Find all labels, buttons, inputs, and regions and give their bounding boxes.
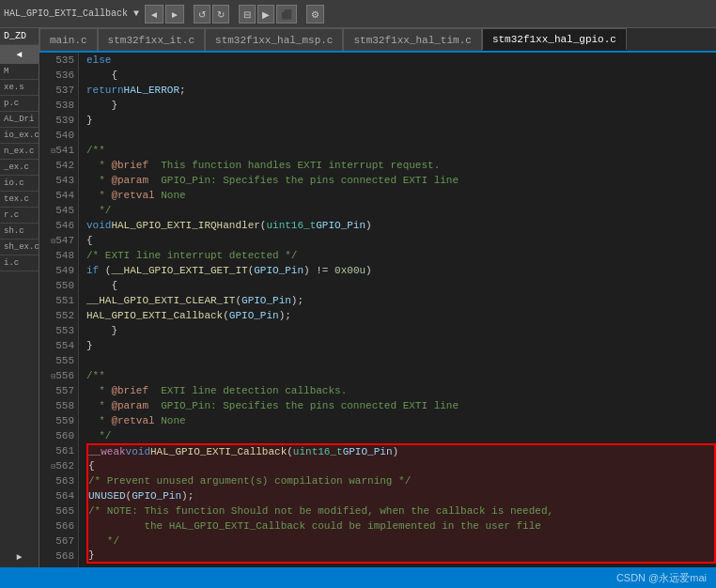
code-line-560: */ [86, 428, 716, 443]
toolbar: HAL_GPIO_EXTI_Callback ▼ ◄ ► ↺ ↻ ⊟ ▶ ⬛ ⚙ [0, 0, 716, 28]
code-line-566: the HAL_GPIO_EXTI_Callback could be impl… [86, 518, 716, 534]
tab-bar: main.c stm32f1xx_it.c stm32f1xx_hal_msp.… [39, 28, 716, 53]
tab-stm32f1xx-hal-msp-c[interactable]: stm32f1xx_hal_msp.c [205, 28, 343, 51]
code-line-562: { [86, 458, 716, 473]
left-panel-item-m[interactable]: M [0, 64, 39, 80]
toolbar-btn-build[interactable]: ⊟ [239, 5, 256, 23]
code-line-538: } [86, 98, 716, 113]
toolbar-label: HAL_GPIO_EXTI_Callback ▼ [4, 8, 139, 19]
tab-stm32f1xx-hal-gpio-c[interactable]: stm32f1xx_hal_gpio.c [482, 28, 627, 51]
code-line-543: * @param GPIO_Pin: Specifies the pins co… [86, 173, 716, 188]
code-line-545: */ [86, 203, 716, 218]
tab-stm32f1xx-hal-tim-c[interactable]: stm32f1xx_hal_tim.c [343, 28, 481, 51]
code-line-563: /* Prevent unused argument(s) compilatio… [86, 473, 716, 488]
left-panel-item-rc[interactable]: r.c [0, 208, 39, 224]
code-line-555 [86, 353, 716, 368]
code-line-559: * @retval None [86, 413, 716, 428]
left-panel-item-exc[interactable]: _ex.c [0, 160, 39, 176]
code-line-550: { [86, 278, 716, 293]
code-line-542: * @brief This function handles EXTI inte… [86, 158, 716, 173]
code-line-554: } [86, 338, 716, 353]
code-line-551: __HAL_GPIO_EXTI_CLEAR_IT(GPIO_Pin); [86, 293, 716, 308]
code-line-567: */ [86, 534, 716, 549]
code-line-535: else [86, 53, 716, 68]
code-line-547: { [86, 233, 716, 248]
watermark-text: CSDN @永远爱mai [616, 571, 707, 585]
code-line-536: { [86, 68, 716, 83]
left-panel-item-shc[interactable]: sh.c [0, 224, 39, 240]
code-line-558: * @param GPIO_Pin: Specifies the pins co… [86, 398, 716, 413]
code-line-564: UNUSED(GPIO_Pin); [86, 488, 716, 503]
code-line-568: } [86, 549, 716, 564]
code-line-553: } [86, 323, 716, 338]
toolbar-btn-debug[interactable]: ⬛ [276, 5, 297, 23]
left-panel-item-nexc[interactable]: n_ex.c [0, 144, 39, 160]
code-line-556: /** [86, 368, 716, 383]
toolbar-btn-settings[interactable]: ⚙ [306, 5, 324, 23]
left-panel-item-dzd[interactable]: D_ZD [0, 28, 39, 45]
left-panel-item-pc[interactable]: p.c [0, 96, 39, 112]
tab-main-c[interactable]: main.c [39, 28, 98, 51]
code-content[interactable]: else { return HAL_ERROR; } } /** * @brie… [79, 53, 716, 567]
code-line-549: if (__HAL_GPIO_EXTI_GET_IT(GPIO_Pin) != … [86, 263, 716, 278]
toolbar-btn-undo[interactable]: ↺ [194, 5, 210, 23]
left-panel-item-ioexc[interactable]: io_ex.c [0, 128, 39, 144]
code-line-539: } [86, 113, 716, 128]
code-line-552: HAL_GPIO_EXTI_Callback(GPIO_Pin); [86, 308, 716, 323]
left-panel: D_ZD ◄ M xe.s p.c AL_Dri io_ex.c n_ex.c … [0, 28, 39, 567]
code-line-540 [86, 128, 716, 143]
code-line-565: /* NOTE: This function Should not be mod… [86, 503, 716, 518]
code-line-537: return HAL_ERROR; [86, 83, 716, 98]
left-panel-item-xes[interactable]: xe.s [0, 80, 39, 96]
code-line-546: void HAL_GPIO_EXTI_IRQHandler(uint16_t G… [86, 218, 716, 233]
toolbar-btn-fwd[interactable]: ► [165, 5, 184, 23]
ide-body: D_ZD ◄ M xe.s p.c AL_Dri io_ex.c n_ex.c … [0, 28, 716, 567]
left-panel-item-aldri[interactable]: AL_Dri [0, 112, 39, 128]
status-bar: CSDN @永远爱mai [0, 567, 716, 588]
left-panel-item-ioc[interactable]: io.c [0, 176, 39, 192]
code-line-544: * @retval None [86, 188, 716, 203]
code-line-541: /** [86, 143, 716, 158]
left-panel-arrow[interactable]: ◄ [0, 45, 39, 64]
left-panel-item-ic[interactable]: i.c [0, 255, 39, 271]
editor-area: main.c stm32f1xx_it.c stm32f1xx_hal_msp.… [39, 28, 716, 567]
left-panel-item-shexc[interactable]: sh_ex.c [0, 240, 39, 255]
toolbar-btn-run[interactable]: ▶ [257, 5, 274, 23]
code-line-561: __weak void HAL_GPIO_EXTI_Callback(uint1… [86, 443, 716, 458]
left-panel-item-texc[interactable]: tex.c [0, 192, 39, 208]
toolbar-btn-back[interactable]: ◄ [145, 5, 163, 23]
code-line-548: /* EXTI line interrupt detected */ [86, 248, 716, 263]
tab-stm32f1xx-it-c[interactable]: stm32f1xx_it.c [98, 28, 205, 51]
toolbar-btn-redo[interactable]: ↻ [212, 5, 229, 23]
left-panel-bottom-arrow[interactable]: ► [0, 547, 39, 567]
code-view: 535 536 537 538 539 540 ⊟541 542 543 544… [39, 53, 716, 567]
line-numbers: 535 536 537 538 539 540 ⊟541 542 543 544… [39, 53, 79, 567]
code-line-557: * @brief EXTI line detection callbacks. [86, 383, 716, 398]
